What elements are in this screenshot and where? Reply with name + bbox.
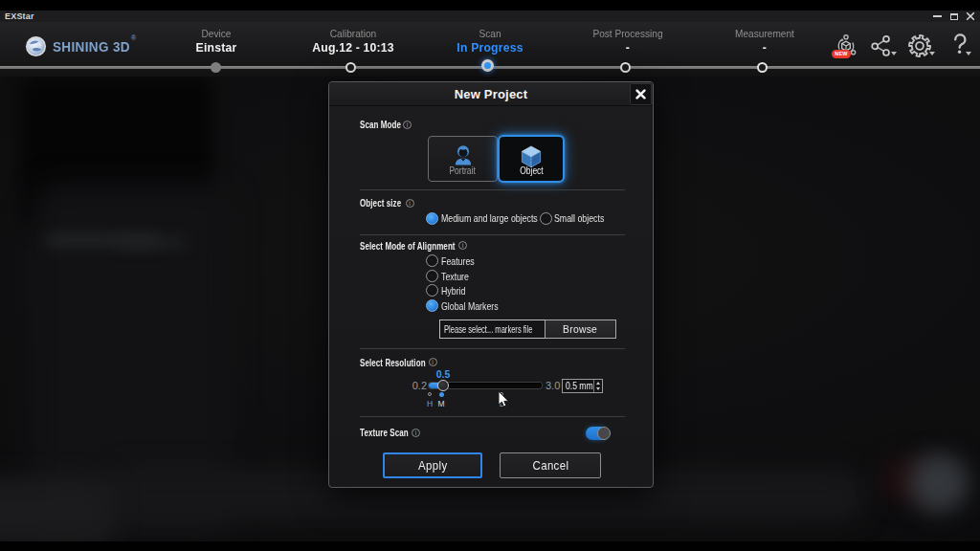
brand-name: SHINING 3D (53, 38, 130, 55)
portrait-option-label: Portrait (429, 165, 497, 176)
minimize-button[interactable] (929, 11, 945, 22)
close-icon (966, 11, 975, 21)
resolution-spinbox[interactable]: 0.5 mm (562, 379, 603, 393)
step-measurement[interactable]: Measurement - (683, 28, 846, 55)
step-dot-device[interactable] (211, 62, 221, 73)
spin-down-icon[interactable] (596, 387, 600, 390)
texture-scan-toggle[interactable] (586, 427, 608, 440)
texture-scan-info-icon[interactable]: i (412, 429, 420, 437)
close-window-button[interactable] (963, 11, 978, 22)
resolution-slider-thumb[interactable] (437, 380, 449, 391)
close-icon (635, 89, 646, 99)
step-label: Scan (415, 28, 565, 39)
new-project-dialog: New Project Scan Mode i Portrait (328, 81, 654, 488)
step-value: Einstar (140, 39, 293, 55)
alignment-info-icon[interactable]: i (458, 241, 467, 250)
radio-label-small[interactable]: Small objects (554, 212, 604, 224)
step-dot-scan[interactable] (481, 59, 494, 72)
step-dot-measurement[interactable] (757, 62, 768, 73)
scan-mode-label: Scan Mode (360, 119, 401, 130)
scan-mode-option-portrait[interactable]: Portrait (428, 136, 498, 182)
section-divider (360, 189, 625, 190)
resolution-min-label: 0.2 (404, 380, 427, 391)
spinbox-arrows (593, 380, 602, 392)
step-value: Aug.12 - 10:13 (277, 39, 430, 55)
dialog-titlebar: New Project (329, 82, 653, 106)
maximize-button[interactable] (947, 11, 962, 22)
radio-label-hybrid[interactable]: Hybrid (441, 285, 465, 297)
radio-label-features[interactable]: Features (441, 255, 475, 267)
toggle-knob (597, 427, 611, 440)
section-divider (360, 348, 625, 349)
object-option-label-text: Object (520, 165, 544, 176)
step-value: In Progress (413, 39, 567, 55)
texture-scan-label: Texture Scan (360, 427, 409, 438)
spin-up-icon[interactable] (596, 382, 600, 385)
maximize-icon (950, 13, 958, 20)
nav-header: SHINING 3D ® Device Einstar Calibration … (0, 22, 980, 77)
step-value: - (551, 39, 704, 55)
mouse-cursor (497, 390, 510, 408)
app-window: EXStar SHINING 3D (0, 0, 980, 551)
cancel-button-label: Cancel (532, 453, 568, 477)
object-size-label: Object size (360, 197, 401, 209)
tick-medium (439, 392, 444, 397)
step-dot-calibration[interactable] (345, 62, 356, 73)
section-divider (360, 416, 625, 417)
cancel-button[interactable]: Cancel (500, 452, 601, 478)
step-label: Device (142, 28, 291, 39)
step-value: - (688, 39, 841, 55)
scan-mode-info-icon[interactable]: i (403, 121, 412, 129)
dialog-title: New Project (329, 87, 653, 101)
share-icon (869, 33, 893, 57)
scan-mode-option-object[interactable]: Object (498, 135, 565, 183)
browse-button[interactable]: Browse (545, 320, 616, 339)
markers-file-input-text: Please select... markers file (444, 320, 532, 338)
step-label: Post Processing (553, 28, 702, 39)
alignment-label: Select Mode of Alignment (360, 240, 456, 252)
markers-file-input[interactable]: Please select... markers file (439, 320, 545, 339)
globe-logo-icon (25, 35, 47, 57)
tick-label-high: H (425, 399, 434, 408)
browse-button-label: Browse (563, 320, 597, 338)
radio-features[interactable] (426, 254, 438, 267)
portrait-option-label-text: Portrait (450, 165, 476, 176)
tick-high (428, 392, 432, 396)
portrait-person-icon (451, 143, 476, 167)
help-dropdown-caret[interactable] (966, 52, 971, 55)
apply-button-label: Apply (418, 454, 447, 476)
share-dropdown-caret[interactable] (891, 52, 897, 55)
radio-global-markers[interactable] (426, 299, 438, 312)
radio-label-global-markers[interactable]: Global Markers (441, 300, 499, 312)
minimize-icon (933, 15, 942, 17)
settings-dropdown-caret[interactable] (929, 52, 935, 55)
new-badge: NEW (832, 50, 851, 58)
step-dot-post-processing[interactable] (620, 62, 631, 73)
tick-label-medium: M (436, 399, 446, 408)
apply-button[interactable]: Apply (383, 452, 482, 478)
resolution-current-value: 0.5 (429, 368, 457, 380)
window-titlebar: EXStar (0, 11, 980, 22)
section-divider (360, 234, 625, 235)
resolution-label: Select Resolution (360, 357, 426, 368)
radio-label-texture[interactable]: Texture (441, 271, 469, 282)
radio-small-objects[interactable] (540, 212, 552, 225)
letterbox-bottom (0, 541, 980, 551)
step-label: Calibration (278, 28, 428, 39)
dialog-close-button[interactable] (630, 83, 652, 105)
step-label: Measurement (690, 28, 839, 39)
resolution-spinbox-value: 0.5 mm (566, 380, 593, 392)
window-title: EXStar (5, 11, 34, 21)
radio-label-medium-large[interactable]: Medium and large objects (441, 212, 538, 224)
resolution-info-icon[interactable]: i (429, 358, 437, 366)
radio-texture[interactable] (426, 270, 438, 282)
letterbox-top (0, 0, 980, 11)
object-size-info-icon[interactable]: i (406, 199, 414, 208)
object-option-label: Object (500, 165, 563, 176)
radio-hybrid[interactable] (426, 284, 438, 297)
radio-medium-large-objects[interactable] (426, 212, 438, 225)
